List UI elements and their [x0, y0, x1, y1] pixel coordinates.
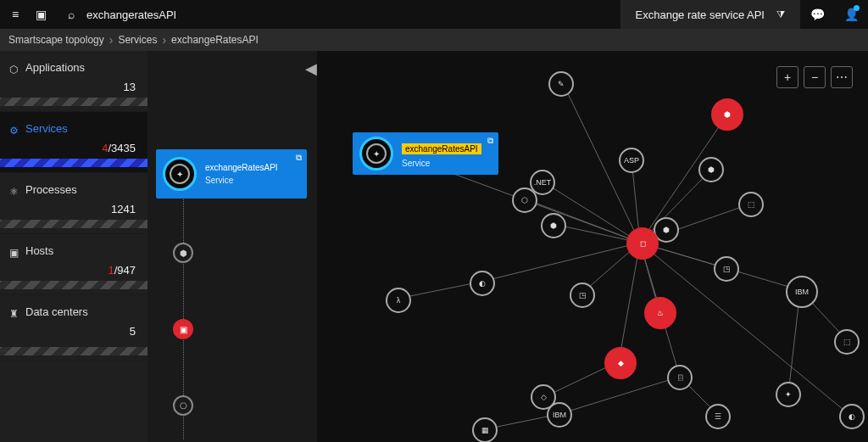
breadcrumb: Smartscape topology › Services › exchang… [0, 29, 868, 51]
open-icon[interactable]: ⧉ [487, 136, 493, 146]
svg-line-9 [481, 243, 640, 282]
selected-entity-subtitle: Service [205, 176, 278, 185]
messages-icon[interactable]: 💬 [800, 0, 834, 29]
collapse-panel-icon[interactable]: ◀ [305, 59, 317, 78]
more-options-button[interactable]: ⋯ [831, 66, 853, 88]
dashboards-icon[interactable]: ▣ [32, 6, 49, 23]
sidebar-item-count: 1241 [25, 203, 147, 215]
topology-node[interactable]: IBM [786, 276, 818, 308]
topology-node[interactable]: ✦ [776, 382, 801, 407]
sidebar-item-label: Hosts [25, 244, 147, 257]
selected-entity-title: exchangeRatesAPI [205, 163, 278, 172]
selected-entity-card[interactable]: ✦ exchangeRatesAPI Service ⧉ [156, 149, 307, 199]
menu-icon[interactable]: ≡ [7, 6, 24, 23]
topology-node[interactable]: ⬡ [512, 187, 537, 213]
sidebar-item-label: Applications [25, 61, 147, 74]
chain-node-host[interactable]: ▣ [173, 319, 193, 339]
page-title[interactable]: Exchange rate service API ⧩ [620, 0, 800, 29]
topology-node[interactable]: IBM [547, 402, 572, 428]
zoom-in-button[interactable]: + [776, 66, 798, 88]
user-icon[interactable]: 👤 [834, 0, 868, 29]
topology-canvas[interactable]: + − ⋯ ✦ exchangeRatesAPI Service ⧉ ✎⬢.NE… [317, 51, 868, 442]
topology-node[interactable]: ♨ [644, 297, 676, 329]
entity-chain-panel: ◀ ⬢ ▣ ⎔ ✦ exchangeRatesAPI Service ⧉ [147, 51, 317, 442]
service-ring-icon: ✦ [163, 157, 197, 191]
sidebar-item-processes[interactable]: ⚛ Processes 1241 [0, 173, 147, 234]
sidebar-item-hosts[interactable]: ▣ Hosts 1/947 [0, 234, 147, 295]
processes-icon: ⚛ [7, 185, 20, 199]
service-ring-icon: ✦ [359, 137, 393, 171]
sidebar-item-datacenters[interactable]: ♜ Data centers 5 [0, 295, 147, 361]
highlighted-entity-title: exchangeRatesAPI [402, 143, 481, 154]
breadcrumb-item[interactable]: Smartscape topology [8, 34, 104, 46]
topology-node[interactable]: ASP [619, 148, 644, 173]
page-title-label: Exchange rate service API [636, 8, 765, 21]
sidebar-item-count: 5 [25, 325, 147, 338]
topology-node[interactable]: ◳ [570, 283, 595, 308]
topology-node[interactable]: ◐ [470, 271, 495, 296]
breadcrumb-item[interactable]: Services [118, 34, 157, 46]
graph-controls: + − ⋯ [776, 66, 853, 88]
topology-node[interactable]: ◻ [626, 227, 659, 260]
open-icon[interactable]: ⧉ [296, 153, 302, 163]
topology-node[interactable]: ⬢ [711, 98, 743, 131]
sidebar-item-applications[interactable]: ⬡ Applications 13 [0, 51, 147, 112]
topology-node[interactable]: λ [386, 288, 411, 313]
topology-node[interactable]: ⬚ [738, 192, 764, 217]
filter-icon[interactable]: ⧩ [776, 8, 785, 20]
hosts-icon: ▣ [7, 246, 20, 260]
topology-node[interactable]: ⬢ [541, 213, 566, 238]
topology-node[interactable]: ✎ [548, 71, 574, 97]
chain-node-datacenter[interactable]: ⎔ [173, 395, 193, 416]
sidebar-item-count: 13 [25, 81, 147, 93]
highlighted-entity-card[interactable]: ✦ exchangeRatesAPI Service ⧉ [353, 132, 498, 175]
search-input[interactable] [86, 8, 307, 21]
chain-node-process[interactable]: ⬢ [173, 243, 193, 263]
sidebar-item-services[interactable]: ⚙ Services 4/3435 [0, 112, 147, 173]
svg-line-19 [559, 377, 680, 414]
search-icon: ⌕ [63, 6, 80, 23]
topology-node[interactable]: ◳ [714, 256, 739, 282]
applications-icon: ⬡ [7, 63, 20, 76]
svg-line-13 [619, 243, 640, 361]
topology-node[interactable]: ☰ [705, 404, 731, 429]
datacenter-icon: ♜ [7, 307, 20, 321]
highlighted-entity-subtitle: Service [402, 159, 481, 168]
topology-node[interactable]: ◐ [839, 404, 865, 429]
topology-node[interactable]: ▦ [472, 417, 498, 442]
topology-node[interactable]: ⬚ [834, 329, 860, 355]
sidebar-item-count: 4/3435 [25, 142, 147, 154]
chevron-right-icon: › [109, 33, 114, 47]
svg-line-24 [640, 243, 853, 417]
topology-node[interactable]: ⬢ [698, 157, 724, 182]
sidebar-item-count: 1/947 [25, 264, 147, 277]
topology-node[interactable]: ⌸ [667, 365, 693, 390]
sidebar-item-label: Processes [25, 183, 147, 196]
sidebar: ⬡ Applications 13 ⚙ Services 4/3435 ⚛ Pr… [0, 51, 147, 442]
sidebar-item-label: Data centers [25, 305, 147, 318]
sidebar-item-label: Services [25, 122, 147, 135]
services-icon: ⚙ [7, 124, 20, 137]
zoom-out-button[interactable]: − [804, 66, 826, 88]
chevron-right-icon: › [162, 33, 166, 47]
topology-node[interactable]: ◆ [604, 347, 637, 379]
breadcrumb-item[interactable]: exchangeRatesAPI [171, 34, 259, 46]
